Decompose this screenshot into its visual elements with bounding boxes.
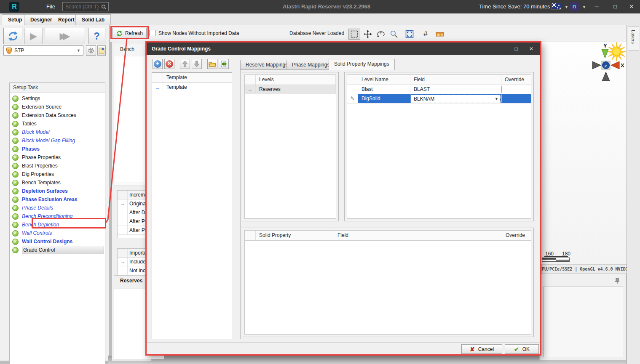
import-template-button[interactable]	[219, 59, 229, 69]
sidebar-item-label: Phase Properties	[22, 154, 61, 160]
dialog-titlebar[interactable]: Grade Control Mappings □ ✕	[147, 43, 540, 55]
edit-pencil-icon: ✎	[347, 94, 358, 103]
cancel-button[interactable]: ✘ Cancel	[461, 344, 502, 354]
grid-icon: #	[423, 30, 427, 38]
grid-toggle-button[interactable]: #	[420, 29, 431, 40]
open-button[interactable]	[207, 59, 217, 69]
select-tool-button[interactable]	[348, 29, 360, 40]
delete-button[interactable]: ✕	[164, 59, 174, 69]
move-down-button[interactable]	[192, 59, 202, 69]
search-icon	[101, 4, 107, 10]
sidebar-item-depletion-surfaces[interactable]: ✓Depletion Surfaces	[10, 187, 105, 195]
zoom-extents-icon	[405, 30, 414, 38]
dialog-maximize-button[interactable]: □	[509, 43, 523, 55]
add-button[interactable]: +	[153, 59, 163, 69]
ok-button[interactable]: ✔ OK	[505, 344, 539, 354]
sidebar-item-grade-control[interactable]: ✓Grade Control	[10, 246, 105, 254]
sidebar-item-phase-properties[interactable]: ✓Phase Properties	[10, 153, 105, 162]
gpu-status-text: PU/PCIe/SSE2 | OpenGL v4.6.0 NVIDIA 546.…	[542, 264, 627, 274]
axis-gizmo[interactable]: Y z X	[589, 42, 626, 84]
add-icon: +	[154, 60, 161, 68]
flag-star	[560, 8, 561, 9]
sidebar-item-label: Phase Details	[22, 205, 53, 211]
run-all-button[interactable]: ▶▶	[45, 28, 85, 44]
account-dropdown-caret[interactable]: ▼	[581, 0, 586, 13]
settings-gear-button[interactable]	[86, 45, 96, 56]
titlebar: R File Tools Help Alastri Rapid Reserver…	[0, 0, 640, 13]
axis-y-label: Y	[603, 43, 607, 49]
scale-label: 180	[562, 251, 570, 257]
zoom-tool-button[interactable]	[388, 29, 400, 40]
pan-tool-button[interactable]	[362, 29, 374, 40]
tab-phase-mappings[interactable]: Phase Mappings	[287, 60, 335, 70]
level-mapping-row-blast[interactable]: Blast BLAST	[347, 85, 531, 94]
solid-property-mappings-pane: Levels →Reserves Level Name Field Overri…	[240, 70, 534, 339]
sidebar-item-blast-properties[interactable]: ✓Blast Properties	[10, 162, 105, 170]
override-checkbox[interactable]	[501, 95, 502, 102]
selection-rectangle-icon	[350, 30, 359, 38]
move-icon	[364, 30, 372, 38]
sidebar-item-settings[interactable]: ✓Settings	[10, 94, 105, 103]
levels-row-reserves[interactable]: →Reserves	[245, 85, 336, 94]
cell: Template	[163, 83, 187, 92]
time-since-save-dropdown[interactable]: Time Since Save: 70 minutes▼	[479, 0, 556, 13]
sync-button[interactable]	[3, 28, 22, 44]
refresh-icon	[116, 30, 123, 37]
fit-view-button[interactable]	[404, 29, 415, 40]
dialog-close-button[interactable]: ✕	[524, 43, 538, 55]
account-icon[interactable]: n	[570, 2, 579, 11]
sidebar-item-extension-data-sources[interactable]: ✓Extension Data Sources	[10, 111, 105, 120]
view-toolbar: Refresh Show Nodes Without Imported Data…	[110, 25, 627, 42]
refresh-button[interactable]: Refresh	[112, 28, 147, 39]
language-flag-icon[interactable]	[551, 3, 561, 10]
measure-tool-button[interactable]	[434, 29, 446, 40]
template-row[interactable]: →Template	[152, 83, 232, 92]
sidebar-item-dig-properties[interactable]: ✓Dig Properties	[10, 170, 105, 178]
sidebar-item-bench-depletion[interactable]: ✓Bench Depletion	[10, 221, 105, 229]
sidebar-item-wall-control-designs[interactable]: ✓Wall Control Designs	[10, 237, 105, 246]
task-dropdown[interactable]: STP ▼	[3, 45, 83, 56]
search-input[interactable]	[65, 3, 101, 11]
sidebar-item-phase-details[interactable]: ✓Phase Details	[10, 204, 105, 212]
override-checkbox[interactable]	[501, 86, 502, 93]
sidebar: ▶ ▶▶ ? STP ▼ Setup Task ✓Setting	[0, 25, 110, 361]
notes-button[interactable]	[97, 45, 106, 56]
maximize-button[interactable]: □	[607, 0, 624, 13]
cell-field: BLAST	[410, 85, 501, 94]
pin-icon[interactable]	[614, 277, 620, 284]
sidebar-item-wall-controls[interactable]: ✓Wall Controls	[10, 229, 105, 237]
minimize-button[interactable]: ─	[588, 0, 605, 13]
check-icon: ✓	[12, 180, 19, 186]
tab-solid-lab[interactable]: Solid Lab	[75, 14, 111, 25]
check-icon: ✓	[12, 104, 19, 110]
magnifier-icon	[390, 30, 398, 38]
arrow-down-icon	[194, 61, 200, 67]
sidebar-item-block-model[interactable]: ✓Block Model	[10, 128, 105, 136]
language-dropdown-caret[interactable]: ▼	[563, 0, 568, 13]
move-up-button[interactable]	[180, 59, 190, 69]
level-mapping-row-digsolid[interactable]: ✎ DigSolid BLKNAM ▼	[347, 94, 531, 104]
time-since-save-label: Time Since Save: 70 minutes	[479, 3, 550, 10]
show-nodes-checkbox[interactable]	[149, 30, 155, 36]
sidebar-item-phases[interactable]: ✓Phases	[10, 145, 105, 153]
run-button[interactable]: ▶	[24, 28, 43, 44]
tab-solid-property-mappings[interactable]: Solid Property Mappings	[329, 59, 395, 70]
cell-level-name: DigSolid	[358, 94, 410, 103]
help-button[interactable]: ?	[88, 28, 105, 44]
sidebar-item-phase-exclusion-areas[interactable]: ✓Phase Exclusion Areas	[10, 195, 105, 204]
check-icon: ✓	[12, 129, 19, 136]
sidebar-item-extension-source[interactable]: ✓Extension Source	[10, 103, 105, 111]
check-icon: ✓	[12, 239, 19, 245]
menu-file[interactable]: File	[42, 0, 59, 13]
layers-tab[interactable]: Layers	[628, 26, 639, 50]
orbit-tool-button[interactable]	[375, 29, 387, 40]
sidebar-item-block-model-gap-filling[interactable]: ✓Block Model Gap Filling	[10, 136, 105, 145]
field-combobox[interactable]: BLKNAM ▼	[411, 95, 501, 103]
tab-reserve-mappings[interactable]: Reserve Mappings	[240, 60, 293, 70]
sidebar-item-bench-templates[interactable]: ✓Bench Templates	[10, 178, 105, 187]
sidebar-item-tables[interactable]: ✓Tables	[10, 120, 105, 128]
close-button[interactable]: ✕	[623, 0, 640, 13]
current-row-arrow-icon: →	[118, 199, 128, 208]
application-window: R File Tools Help Alastri Rapid Reserver…	[0, 0, 640, 364]
sidebar-item-bench-preconditioning[interactable]: ✓Bench Preconditioning	[10, 212, 105, 221]
